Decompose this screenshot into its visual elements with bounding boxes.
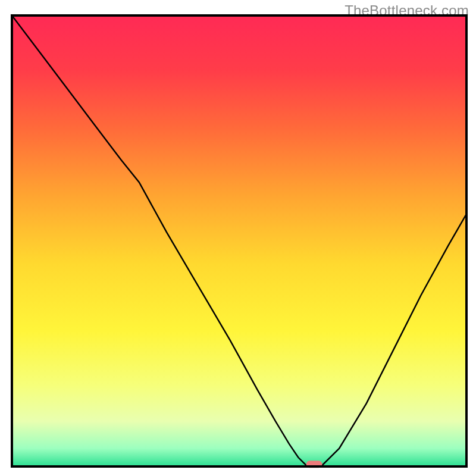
chart-stage: TheBottleneck.com	[0, 0, 476, 476]
bottleneck-chart	[0, 0, 476, 476]
plot-background	[12, 15, 466, 466]
